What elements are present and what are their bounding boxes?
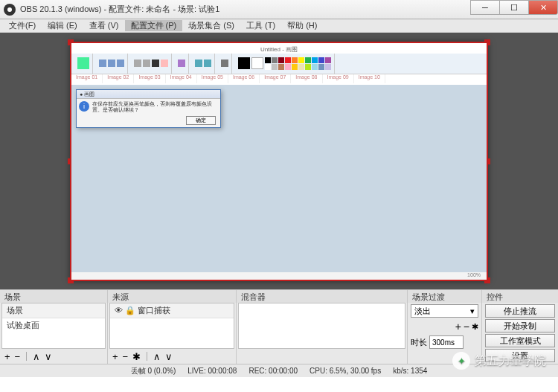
color-swatch [305, 64, 311, 70]
menu-tools[interactable]: 工具 (T) [240, 20, 281, 31]
list-item[interactable]: 场景 [2, 303, 105, 318]
add-source-button[interactable]: + [112, 351, 118, 362]
source-up-button[interactable]: ∧ [153, 351, 161, 362]
status-dropped: 丢帧 0 (0.0%) [131, 366, 176, 376]
scenes-panel: 场景 场景 试验桌面 + − ∧ ∨ [0, 290, 108, 364]
resize-icon [117, 60, 124, 67]
color-swatch [292, 64, 298, 70]
status-cpu: CPU: 6.5%, 30.00 fps [310, 367, 381, 375]
status-live: LIVE: 00:00:08 [187, 367, 237, 375]
color-palette [265, 57, 331, 70]
color-swatch [278, 57, 284, 63]
color-swatch [265, 64, 271, 70]
captured-window: Untitled - 画图 [71, 43, 487, 85]
title-bar: OBS 20.1.3 (windows) - 配置文件: 未命名 - 场景: 试… [0, 0, 558, 19]
sources-panel: 来源 👁 🔒 窗口捕获 + − ✱ ∧ ∨ [108, 290, 237, 364]
duration-input[interactable]: 300ms [429, 335, 464, 349]
add-transition-button[interactable]: + [455, 321, 461, 332]
color-swatch [298, 57, 304, 63]
maximize-button[interactable]: ☐ [499, 0, 529, 15]
color-swatch [325, 57, 331, 63]
remove-source-button[interactable]: − [123, 351, 129, 362]
scenes-footer: + − ∧ ∨ [0, 349, 107, 364]
color-swatch [285, 57, 291, 63]
mixer-body[interactable] [238, 303, 405, 349]
window-controls: ─ ☐ ✕ [471, 0, 558, 15]
scene-up-button[interactable]: ∧ [33, 351, 40, 362]
color-swatch [272, 57, 278, 63]
color-swatch [312, 57, 318, 63]
brush-icon [178, 60, 185, 67]
menu-view[interactable]: 查看 (V) [83, 20, 125, 31]
add-scene-button[interactable]: + [4, 351, 10, 362]
lock-icon[interactable]: 🔒 [125, 306, 135, 315]
text-icon [152, 60, 159, 67]
remove-transition-button[interactable]: − [464, 321, 469, 332]
watermark: ✦ 第五力量学院 [452, 352, 546, 370]
menu-help[interactable]: 帮助 (H) [281, 20, 323, 31]
wechat-icon: ✦ [452, 352, 470, 370]
status-kbps: kb/s: 1354 [393, 367, 427, 375]
source-down-button[interactable]: ∨ [165, 351, 173, 362]
remove-scene-button[interactable]: − [15, 351, 21, 362]
color2-icon [251, 57, 263, 69]
size-icon [221, 60, 228, 67]
close-button[interactable]: ✕ [528, 0, 558, 15]
start-record-button[interactable]: 开始录制 [485, 319, 555, 332]
color1-icon [238, 57, 250, 69]
sources-list[interactable]: 👁 🔒 窗口捕获 [109, 303, 234, 349]
color-swatch [285, 64, 291, 70]
window-title: OBS 20.1.3 (windows) - 配置文件: 未命名 - 场景: 试… [20, 4, 219, 15]
stop-stream-button[interactable]: 停止推流 [485, 304, 555, 318]
crop-icon [108, 60, 115, 67]
watermark-text: 第五力量学院 [475, 353, 546, 369]
minimize-button[interactable]: ─ [470, 0, 500, 15]
info-icon: i [79, 101, 89, 112]
color-swatch [318, 64, 324, 70]
fill-icon [143, 60, 150, 67]
visibility-icon[interactable]: 👁 [115, 306, 123, 315]
menu-profile[interactable]: 配置文件 (P) [125, 20, 183, 31]
list-item[interactable]: 试验桌面 [2, 318, 105, 332]
transition-select[interactable]: 淡出 ▾ [411, 304, 478, 318]
chevron-down-icon: ▾ [470, 306, 475, 316]
scene-down-button[interactable]: ∨ [45, 351, 52, 362]
mixer-header: 混音器 [237, 290, 407, 303]
separator [26, 352, 27, 361]
mixer-footer [237, 349, 407, 364]
transition-value: 淡出 [414, 306, 431, 317]
eraser-icon [161, 60, 168, 67]
captured-tabs: Image 01Image 02Image 03Image 04Image 05… [71, 74, 487, 83]
pencil-icon [134, 60, 141, 67]
source-settings-button[interactable]: ✱ [132, 351, 141, 362]
color-swatch [305, 57, 311, 63]
mixer-panel: 混音器 [237, 290, 408, 364]
menu-edit[interactable]: 编辑 (E) [42, 20, 83, 31]
preview-area[interactable]: Untitled - 画图 [0, 33, 558, 289]
dialog-text: 在保存前应先更换画笔颜色，否则将覆盖原有颜色设置。是否确认继续？ [92, 101, 218, 114]
paste-icon [77, 57, 89, 69]
sources-header: 来源 [108, 290, 236, 303]
preview-canvas[interactable]: Untitled - 画图 [70, 42, 488, 281]
list-item[interactable]: 👁 🔒 窗口捕获 [110, 303, 234, 318]
color-swatch [312, 64, 318, 70]
dialog-ok-button: 确定 [186, 116, 216, 125]
controls-header: 控件 [482, 290, 558, 303]
select-icon [99, 60, 106, 67]
transition-settings-button[interactable]: ✱ [472, 322, 478, 332]
captured-dialog: ● 画图 i 在保存前应先更换画笔颜色，否则将覆盖原有颜色设置。是否确认继续？ … [76, 89, 221, 128]
captured-title: Untitled - 画图 [260, 45, 298, 54]
menu-bar: 文件(F) 编辑 (E) 查看 (V) 配置文件 (P) 场景集合 (S) 工具… [0, 19, 558, 33]
sources-footer: + − ✱ ∧ ∨ [108, 349, 236, 364]
menu-scene-collection[interactable]: 场景集合 (S) [182, 20, 240, 31]
menu-file[interactable]: 文件(F) [3, 20, 42, 31]
duration-label: 时长 [411, 337, 427, 348]
transitions-header: 场景过渡 [408, 290, 481, 303]
scenes-list[interactable]: 场景 试验桌面 [1, 303, 106, 349]
scenes-header: 场景 [0, 290, 107, 303]
shapes-icon [195, 60, 202, 67]
dialog-title: ● 画图 [77, 90, 220, 99]
color-swatch [318, 57, 324, 63]
color-swatch [298, 64, 304, 70]
studio-mode-button[interactable]: 工作室模式 [485, 334, 555, 347]
